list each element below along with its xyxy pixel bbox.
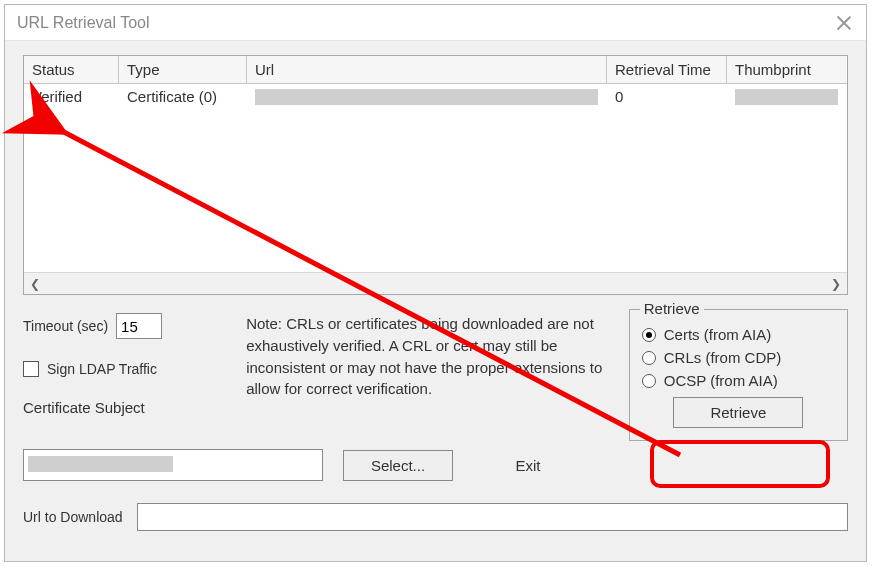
- cell-thumb: [727, 84, 847, 108]
- radio-crls[interactable]: CRLs (from CDP): [642, 349, 835, 366]
- radio-certs[interactable]: Certs (from AIA): [642, 326, 835, 343]
- retrieve-group: Retrieve Certs (from AIA) CRLs (from CDP…: [629, 309, 848, 441]
- scroll-right-icon[interactable]: ❯: [825, 273, 847, 295]
- lower-panel: Timeout (sec) Sign LDAP Traffic Certific…: [23, 309, 848, 441]
- radio-icon: [642, 328, 656, 342]
- grid-header: Status Type Url Retrieval Time Thumbprin…: [24, 56, 847, 84]
- cell-url: [247, 84, 607, 108]
- scroll-left-icon[interactable]: ❮: [24, 273, 46, 295]
- close-icon[interactable]: [834, 13, 854, 33]
- radio-ocsp[interactable]: OCSP (from AIA): [642, 372, 835, 389]
- col-header-url[interactable]: Url: [247, 56, 607, 83]
- col-header-rtime[interactable]: Retrieval Time: [607, 56, 727, 83]
- cert-subject-label: Certificate Subject: [23, 399, 232, 416]
- radio-icon: [642, 351, 656, 365]
- radio-label: Certs (from AIA): [664, 326, 772, 343]
- radio-icon: [642, 374, 656, 388]
- redacted-value: [255, 89, 598, 105]
- url-download-input[interactable]: [137, 503, 848, 531]
- radio-label: OCSP (from AIA): [664, 372, 778, 389]
- col-header-type[interactable]: Type: [119, 56, 247, 83]
- horizontal-scrollbar[interactable]: ❮ ❯: [24, 272, 847, 294]
- grid-body: Verified Certificate (0) 0: [24, 84, 847, 272]
- client-area: Status Type Url Retrieval Time Thumbprin…: [5, 41, 866, 541]
- table-row[interactable]: Verified Certificate (0) 0: [24, 84, 847, 108]
- results-grid: Status Type Url Retrieval Time Thumbprin…: [23, 55, 848, 295]
- radio-label: CRLs (from CDP): [664, 349, 782, 366]
- col-header-status[interactable]: Status: [24, 56, 119, 83]
- url-download-row: Url to Download: [23, 503, 848, 531]
- cert-subject-field[interactable]: [23, 449, 323, 481]
- timeout-label: Timeout (sec): [23, 318, 108, 334]
- window-frame: URL Retrieval Tool Status Type Url Retri…: [4, 4, 867, 562]
- note-text: Note: CRLs or certificates being downloa…: [246, 309, 615, 441]
- sign-ldap-checkbox[interactable]: [23, 361, 39, 377]
- timeout-input[interactable]: [116, 313, 162, 339]
- lower-left: Timeout (sec) Sign LDAP Traffic Certific…: [23, 309, 232, 441]
- window-title: URL Retrieval Tool: [17, 14, 150, 32]
- redacted-value: [28, 456, 173, 472]
- redacted-value: [735, 89, 838, 105]
- url-download-label: Url to Download: [23, 509, 123, 525]
- sign-ldap-label: Sign LDAP Traffic: [47, 361, 157, 377]
- cell-status: Verified: [24, 84, 119, 108]
- subject-row: Select... Exit: [23, 449, 848, 481]
- retrieve-button[interactable]: Retrieve: [673, 397, 803, 428]
- titlebar: URL Retrieval Tool: [5, 5, 866, 41]
- col-header-thumb[interactable]: Thumbprint: [727, 56, 847, 83]
- retrieve-legend: Retrieve: [640, 300, 704, 317]
- cell-type: Certificate (0): [119, 84, 247, 108]
- exit-button[interactable]: Exit: [473, 451, 583, 480]
- select-button[interactable]: Select...: [343, 450, 453, 481]
- cell-rtime: 0: [607, 84, 727, 108]
